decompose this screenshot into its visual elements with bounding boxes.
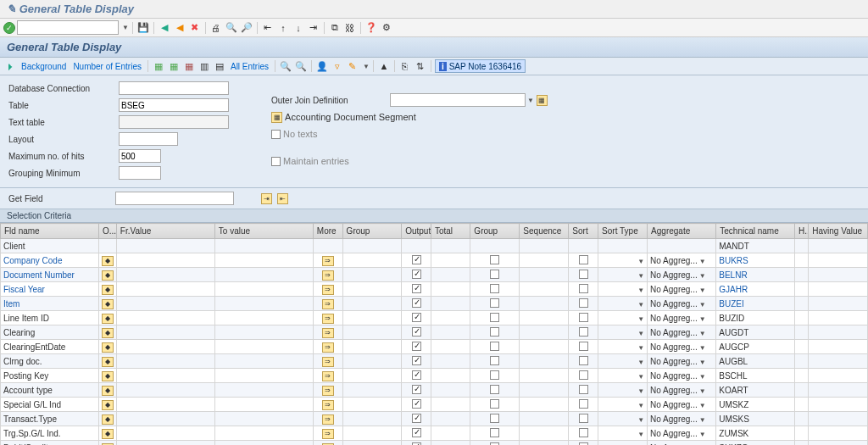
outerjoin-detail-icon[interactable]: ▦	[537, 95, 548, 106]
sorttype-dd[interactable]: ▼	[636, 330, 644, 337]
shortcut-icon[interactable]: ⛓	[343, 21, 357, 35]
group-chk[interactable]	[490, 399, 499, 409]
sorttype-dd[interactable]: ▼	[636, 272, 644, 280]
group-cell[interactable]	[342, 412, 402, 426]
sorttype-dd[interactable]: ▼	[636, 301, 644, 309]
execute-bg-icon[interactable]: ⏵	[3, 59, 17, 73]
sort-chk[interactable]	[579, 327, 588, 337]
getfield-btn2[interactable]: ⇤	[277, 193, 288, 204]
more-icon[interactable]: ⇒	[322, 285, 334, 295]
table-row[interactable]: ClientMANDT	[1, 239, 868, 253]
seq-cell[interactable]	[520, 369, 569, 383]
group-chk[interactable]	[490, 298, 499, 308]
tovalue-cell[interactable]	[214, 253, 313, 268]
seq-cell[interactable]	[520, 311, 569, 325]
find-icon[interactable]: 🔍	[225, 21, 238, 35]
sorttype-dd[interactable]: ▼	[636, 373, 644, 381]
output-chk[interactable]	[412, 255, 421, 264]
maxhits-input[interactable]	[119, 149, 161, 163]
more-icon[interactable]: ⇒	[322, 414, 334, 425]
option-icon[interactable]: ◆	[102, 342, 114, 353]
col-having[interactable]: Having Value	[809, 224, 868, 239]
output-chk[interactable]	[412, 298, 421, 308]
sort-chk[interactable]	[579, 298, 588, 308]
frvalue-cell[interactable]	[116, 426, 214, 441]
col-more[interactable]: More	[313, 224, 342, 239]
print-icon[interactable]: 🖨	[209, 21, 223, 35]
field-name[interactable]: Document Number	[3, 270, 75, 280]
sorttype-dd[interactable]: ▼	[636, 344, 644, 352]
sort-chk[interactable]	[579, 356, 588, 365]
sorttype-dd[interactable]: ▼	[636, 416, 644, 424]
option-icon[interactable]: ◆	[102, 414, 114, 425]
col-sort[interactable]: Sort	[569, 224, 598, 239]
output-chk[interactable]	[412, 428, 421, 437]
seq-cell[interactable]	[520, 282, 569, 297]
more-icon[interactable]: ⇒	[322, 256, 334, 266]
sort-chk[interactable]	[579, 414, 588, 423]
field-name[interactable]: Item	[3, 299, 19, 309]
col-group[interactable]: Group	[342, 224, 402, 239]
group-cell[interactable]	[342, 383, 402, 398]
field-name[interactable]: Company Code	[3, 256, 62, 265]
group-cell[interactable]	[342, 297, 402, 311]
settings-icon[interactable]: ⚙	[380, 21, 393, 35]
sort-chk[interactable]	[579, 370, 588, 380]
table-row[interactable]: Posting Key◆⇒▼No Aggreg...▼BSCHL	[1, 369, 868, 383]
group-chk[interactable]	[490, 414, 499, 423]
sorttype-dd[interactable]: ▼	[636, 359, 644, 366]
output-chk[interactable]	[412, 442, 421, 446]
output-chk[interactable]	[412, 370, 421, 380]
tovalue-cell[interactable]	[214, 239, 313, 253]
table-row[interactable]: Trg.Sp.G/L Ind.◆⇒▼No Aggreg...▼ZUMSK	[1, 426, 868, 441]
sort-chk[interactable]	[579, 428, 588, 437]
all-entries-icon[interactable]: ▤	[213, 59, 226, 73]
option-icon[interactable]: ◆	[102, 328, 114, 338]
tovalue-cell[interactable]	[214, 325, 313, 340]
frvalue-cell[interactable]	[116, 239, 214, 253]
grid-wrap[interactable]: Fld name O... Fr.Value To value More Gro…	[0, 223, 868, 445]
more-icon[interactable]: ⇒	[322, 314, 334, 324]
output-chk[interactable]	[412, 342, 421, 351]
col-seq[interactable]: Sequence	[520, 224, 569, 239]
table-row[interactable]: Line Item ID◆⇒▼No Aggreg...▼BUZID	[1, 311, 868, 325]
group-cell[interactable]	[342, 354, 402, 369]
tovalue-cell[interactable]	[214, 441, 313, 446]
more-icon[interactable]: ⇒	[322, 328, 334, 338]
option-icon[interactable]: ◆	[102, 285, 114, 295]
agg-dd[interactable]: ▼	[698, 301, 706, 309]
agg-dd[interactable]: ▼	[698, 272, 706, 280]
command-input[interactable]	[17, 20, 119, 35]
save-icon[interactable]: 💾	[136, 21, 150, 35]
col-o[interactable]: O...	[98, 224, 116, 239]
frvalue-cell[interactable]	[116, 325, 214, 340]
seq-cell[interactable]	[520, 340, 569, 354]
frvalue-cell[interactable]	[116, 253, 214, 268]
agg-dd[interactable]: ▼	[698, 387, 706, 395]
more-icon[interactable]: ⇒	[322, 299, 334, 309]
background-link[interactable]: Background	[19, 62, 69, 71]
option-icon[interactable]: ◆	[102, 270, 114, 281]
table-input[interactable]	[119, 98, 229, 112]
option-icon[interactable]: ◆	[102, 386, 114, 396]
output-chk[interactable]	[412, 313, 421, 322]
table-row[interactable]: ClearingEntDate◆⇒▼No Aggreg...▼AUGCP	[1, 340, 868, 354]
seq-cell[interactable]	[520, 297, 569, 311]
all-entries-link[interactable]: All Entries	[228, 62, 271, 71]
output-chk[interactable]	[412, 385, 421, 394]
getfield-btn1[interactable]: ⇥	[261, 193, 272, 204]
group-cell[interactable]	[342, 398, 402, 412]
group-cell[interactable]	[342, 311, 402, 325]
tovalue-cell[interactable]	[214, 282, 313, 297]
dbconn-input[interactable]	[119, 81, 229, 95]
col-fr[interactable]: Fr.Value	[116, 224, 214, 239]
more-icon[interactable]: ⇒	[322, 371, 334, 381]
agg-dd[interactable]: ▼	[698, 402, 706, 409]
zoom-out-icon[interactable]: 🔍	[294, 59, 308, 73]
frvalue-cell[interactable]	[116, 297, 214, 311]
tovalue-cell[interactable]	[214, 268, 313, 282]
tb-icon-b[interactable]: ⇅	[414, 59, 427, 73]
output-chk[interactable]	[412, 414, 421, 423]
sorttype-dd[interactable]: ▼	[636, 315, 644, 323]
sort-chk[interactable]	[579, 270, 588, 279]
